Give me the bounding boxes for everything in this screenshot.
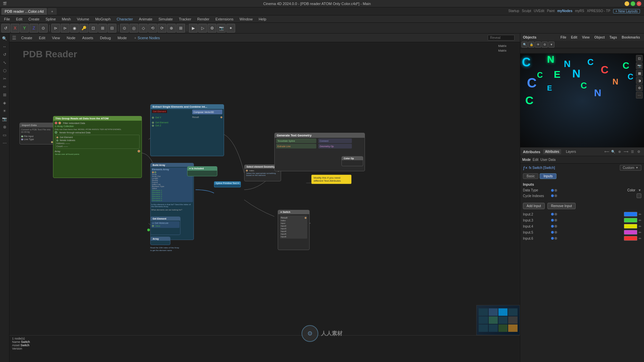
menu-edit[interactable]: Edit xyxy=(13,16,25,22)
attr-mode-mode[interactable]: Mode xyxy=(522,158,531,162)
vp-icon-more[interactable]: ⋯ xyxy=(636,92,643,99)
new-tab-btn[interactable]: + xyxy=(48,8,56,15)
toolbar-z[interactable]: Z xyxy=(30,24,38,33)
switch-inner[interactable]: Result Index Input Input2 Input3 Input4 … xyxy=(280,216,307,239)
toolbar-y[interactable]: Y xyxy=(20,24,29,33)
extrude-header[interactable]: Extrude Line xyxy=(276,144,316,148)
datatype-arrow[interactable]: ▼ xyxy=(638,188,641,192)
toolbar-anim4[interactable]: ⟳ xyxy=(158,24,166,33)
menu-simulate[interactable]: Simulate xyxy=(156,16,175,22)
node-switch-right[interactable]: ⇒ Switch Result Index Input Input2 Input… xyxy=(278,210,310,250)
obj-lock[interactable]: 🔒 xyxy=(528,42,534,48)
toolbar-anim1[interactable]: ⊳ xyxy=(51,24,60,33)
left-paint[interactable]: ✏ xyxy=(1,83,8,90)
menu-spline[interactable]: Spline xyxy=(43,16,59,22)
left-rotate[interactable]: ↺ xyxy=(1,51,8,58)
obj-filter[interactable]: ▼ xyxy=(548,42,554,48)
cycle-checkbox[interactable] xyxy=(637,193,641,198)
elements-inner[interactable]: Elements Array Array Array Out Length Ro… xyxy=(151,168,193,202)
input6-edit[interactable]: ✏ xyxy=(639,237,641,240)
attr-layout-icon3[interactable]: ⊕ xyxy=(617,149,622,155)
toolbar-frame[interactable]: ⊟ xyxy=(108,24,116,33)
vp-icon-disp[interactable]: ▦ xyxy=(636,70,643,76)
reveal-input[interactable] xyxy=(488,35,515,41)
input4-color[interactable] xyxy=(624,224,637,229)
menu-character[interactable]: Character xyxy=(114,16,136,22)
menu-render[interactable]: Render xyxy=(195,16,212,22)
toolbar-grid[interactable]: ⊞ xyxy=(98,24,107,33)
spline-prim-H[interactable]: Spline Primitive Text H xyxy=(214,181,241,187)
input5-color[interactable] xyxy=(624,230,637,235)
left-scale[interactable]: ⤡ xyxy=(1,59,8,66)
node-menu-debug[interactable]: Debug xyxy=(98,35,113,41)
toolbar-circle[interactable]: ⊙ xyxy=(120,24,129,33)
toolbar-x[interactable]: X xyxy=(11,24,19,33)
tessellate-header[interactable]: Tessellate Spline xyxy=(276,138,316,143)
node-menu-create[interactable]: Create xyxy=(19,35,34,41)
obj-vis[interactable]: 👁 xyxy=(535,42,541,48)
left-cam[interactable]: 📷 xyxy=(1,115,8,123)
toolbar-settings[interactable]: ⚙ xyxy=(208,24,216,33)
input5-edit[interactable]: ✏ xyxy=(639,231,641,234)
layout-myrs[interactable]: myRS xyxy=(575,9,584,13)
left-group[interactable]: ◈ xyxy=(1,99,8,107)
node-note[interactable]: Modify this if you need different Text A… xyxy=(311,175,352,184)
obj-tab-bookmarks[interactable]: Bookmarks xyxy=(621,36,641,39)
group-inner-node[interactable]: Get Element Iterate Indexes Indexes —— C… xyxy=(55,135,140,149)
attr-btn-basic[interactable]: Basic xyxy=(523,173,538,179)
toolbar-rec[interactable]: ◉ xyxy=(70,24,79,33)
menu-create[interactable]: Create xyxy=(26,16,42,22)
node-extract[interactable]: Extract Single Elements and Combine int.… xyxy=(150,104,224,156)
menu-window[interactable]: Window xyxy=(237,16,255,22)
attr-tab-attributes[interactable]: Attributes xyxy=(543,149,561,154)
input3-edit[interactable]: ✏ xyxy=(639,219,641,222)
toolbar-anim3[interactable]: ⟲ xyxy=(148,24,157,33)
node-get-element[interactable]: Get Element ⇒ Get Molecule Value xyxy=(150,217,180,235)
window-controls[interactable]: − □ × xyxy=(625,1,641,6)
input2-color[interactable] xyxy=(624,212,637,217)
input2-edit[interactable]: ✏ xyxy=(639,213,641,216)
layout-paint[interactable]: Paint xyxy=(547,9,555,13)
attr-tab-layers[interactable]: Layers xyxy=(564,149,578,154)
toolbar-render[interactable]: ▶ xyxy=(189,24,198,33)
extract-compose[interactable]: Compose Vector3D Result xyxy=(192,110,222,127)
geometry-op-header[interactable]: Geometry Op xyxy=(318,144,352,148)
obj-tab-tags[interactable]: Tags xyxy=(608,36,619,39)
reveal-field[interactable] xyxy=(488,35,515,41)
vp-icon-filter[interactable]: ⚙ xyxy=(636,84,643,91)
get-molecule-inner[interactable]: ⇒ Get Molecule Value xyxy=(151,221,179,228)
toolbar-obj[interactable]: ⊙ xyxy=(39,24,48,33)
node-group[interactable]: This Group Reads all Data from the ATOM … xyxy=(53,116,142,178)
viewport[interactable]: C N N C C N E C C N C E C N C C ⊡ 📷 xyxy=(520,54,644,147)
toolbar-split[interactable]: ⊞ xyxy=(176,24,185,33)
menu-volume[interactable]: Volume xyxy=(74,16,92,22)
menu-extensions[interactable]: Extensions xyxy=(213,16,236,22)
obj-tab-object[interactable]: Object xyxy=(593,36,606,39)
vp-icon-shade[interactable]: ◑ xyxy=(636,77,643,84)
obj-tab-view[interactable]: View xyxy=(581,36,591,39)
layout-xpresso[interactable]: XPRESSO - TP xyxy=(587,9,610,13)
left-light[interactable]: ☀ xyxy=(1,107,8,115)
left-node[interactable]: ⊞ xyxy=(1,91,8,99)
node-color-op[interactable]: Color Op xyxy=(341,156,363,166)
node-is-included[interactable]: ⇒ Is Included xyxy=(187,166,217,176)
node-menu-view[interactable]: View xyxy=(50,35,62,41)
left-select[interactable]: ⬡ xyxy=(1,67,8,74)
toolbar-key[interactable]: 🔑 xyxy=(79,24,88,33)
add-input-btn[interactable]: Add Input xyxy=(523,203,545,209)
toolbar-anim2[interactable]: ⊳ xyxy=(61,24,69,33)
maximize-btn[interactable]: □ xyxy=(631,1,635,6)
toolbar-lock[interactable]: ⊡ xyxy=(89,24,98,33)
obj-search[interactable]: 🔍 xyxy=(522,42,528,48)
node-menu-edit[interactable]: Edit xyxy=(37,35,47,41)
toolbar-undo[interactable]: ↺ xyxy=(1,24,10,33)
layout-uvedit[interactable]: UVEdit xyxy=(534,9,544,13)
vp-icon-cam[interactable]: 📷 xyxy=(636,62,643,69)
input3-color[interactable] xyxy=(624,218,637,223)
menu-help[interactable]: Help xyxy=(256,16,269,22)
left-search[interactable]: 🔍 xyxy=(1,35,8,42)
attr-custom-dropdown[interactable]: Custom ▼ xyxy=(620,165,641,171)
toolbar-diamond[interactable]: ◇ xyxy=(139,24,148,33)
main-tab[interactable]: PDB reader ...Color.c4d xyxy=(1,8,47,15)
menu-tracker[interactable]: Tracker xyxy=(176,16,194,22)
